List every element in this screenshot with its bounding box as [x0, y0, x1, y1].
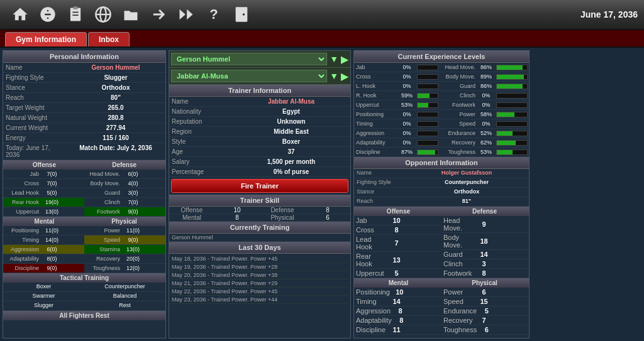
exp-endurance-bar: [496, 131, 528, 136]
opp-adaptability-label: Adaptability: [354, 316, 394, 325]
target-weight-value: 265.0: [66, 103, 165, 112]
exp-rhook-bar: [417, 93, 438, 99]
opp-aggression-label: Aggression: [354, 306, 392, 315]
offense-uppercut-value: 13(0): [41, 208, 63, 215]
match-date-value: Match Date: July 2, 2036: [66, 143, 165, 160]
stamina-row: Stamina 13(0): [84, 245, 165, 254]
trainer-nav-right-icon[interactable]: ▶: [341, 70, 348, 82]
exp-row-aggression: Aggression 0% Endurance 52%: [354, 129, 529, 138]
energy-row: Energy 115 / 160: [3, 133, 165, 143]
defense-clinch-row: Clinch 7(0): [84, 198, 165, 207]
recovery-value: 20(0): [122, 255, 144, 263]
opp-lead-hook-val: 7: [389, 239, 404, 247]
opp-positioning-row: Positioning 10: [354, 288, 441, 297]
opp-name-value: Holger Gustafsson: [404, 169, 529, 178]
natural-weight-label: Natural Weight: [3, 113, 66, 122]
globe-icon[interactable]: [92, 3, 114, 26]
tab-inbox[interactable]: Inbox: [88, 32, 130, 46]
fighter-select[interactable]: Gerson Hummel: [171, 53, 327, 65]
exp-footwork-label: Footwork: [440, 101, 477, 109]
opp-uppercut-val: 5: [389, 269, 404, 277]
offense-rear-hook-label: Rear Hook: [3, 198, 41, 206]
tactical-rest[interactable]: Rest: [84, 301, 165, 310]
folder-icon[interactable]: [119, 3, 142, 26]
opp-power-val: 6: [476, 288, 492, 296]
tactical-swarmer[interactable]: Swarmer: [3, 292, 84, 301]
exp-speed-pct: 0%: [477, 121, 495, 127]
opp-adaptability-row: Adaptability 8: [354, 316, 441, 325]
exp-positioning-pct: 0%: [398, 111, 416, 117]
current-weight-label: Current Weight: [3, 123, 66, 133]
defense-col: Head Move. 6(0) Body Move. 4(0) Guard 3(…: [84, 170, 165, 217]
fast-forward-icon[interactable]: [175, 3, 197, 26]
speed-row: Speed 9(0): [84, 235, 165, 245]
positioning-value: 11(0): [41, 227, 63, 234]
opp-stance-row: Stance Orthodox: [354, 188, 529, 197]
tactical-slugger[interactable]: Slugger: [3, 301, 84, 310]
reach-value: 80": [66, 93, 165, 102]
clipboard-icon[interactable]: [64, 3, 87, 26]
opp-reach-value: 81": [404, 197, 529, 206]
opp-rear-hook-row: Rear Hook 13: [354, 252, 441, 269]
opp-uppercut-label: Uppercut: [354, 269, 389, 278]
opp-rear-hook-val: 13: [389, 256, 404, 264]
opp-footwork-label: Footwork: [441, 269, 476, 278]
tactical-balanced[interactable]: Balanced: [84, 292, 165, 301]
exp-row-adaptability: Adaptability 0% Recovery 62%: [354, 138, 529, 148]
trainer-info-title: Trainer Information: [169, 85, 350, 97]
opp-defense-col: Head Move. 9 Body Move. 18 Guard 14 Clin…: [441, 216, 529, 278]
opp-info-title: Opponent Information: [354, 157, 529, 169]
exp-row-cross: Cross 0% Body Move. 89%: [354, 72, 529, 82]
tactical-row-0: Boxer Counterpuncher: [3, 283, 165, 292]
tactical-row-1: Swarmer Balanced: [3, 292, 165, 301]
exp-head-move-pct: 86%: [477, 64, 495, 70]
exp-speed-bar: [496, 121, 528, 127]
stamina-value: 13(0): [122, 246, 144, 253]
all-fighters-rest[interactable]: All Fighters Rest: [3, 311, 165, 320]
exp-aggression-pct: 0%: [398, 130, 416, 136]
top-nav: ? June 17, 2036: [0, 0, 644, 30]
opp-jab-label: Jab: [354, 216, 389, 225]
exp-positioning-bar: [417, 112, 438, 117]
opp-guard-val: 14: [476, 251, 492, 258]
fighter-nav-right-icon[interactable]: ▶: [341, 53, 348, 65]
tab-gym-information[interactable]: Gym Information: [5, 32, 87, 46]
fire-trainer-button[interactable]: Fire Trainer: [171, 179, 348, 193]
tactical-counterpuncher[interactable]: Counterpuncher: [84, 283, 165, 291]
today-row: Today: June 17, 2036 Match Date: July 2,…: [3, 143, 165, 160]
positioning-row: Positioning 11(0): [3, 226, 84, 235]
defense-body-move-value: 4(0): [122, 180, 144, 187]
money-icon[interactable]: [36, 3, 59, 26]
defense-head-move-value: 6(0): [122, 170, 144, 178]
log-entry-4: May 22, 2036 - Trained Power. Power +45: [172, 288, 348, 296]
exp-power-label: Power: [440, 111, 477, 118]
exp-cross-label: Cross: [354, 73, 398, 80]
defense-footwork-value: 9(0): [122, 208, 144, 215]
tabs-bar: Gym Information Inbox: [0, 30, 644, 48]
door-icon[interactable]: [230, 3, 253, 26]
offense-rear-hook-row: Rear Hook 19(0): [3, 198, 84, 207]
defense-skill-value: 8: [305, 207, 350, 214]
trainer-skill-title: Trainer Skill: [169, 195, 350, 207]
exp-uppercut-bar: [417, 102, 438, 108]
opp-jab-val: 10: [389, 217, 404, 224]
opp-rear-hook-label: Rear Hook: [354, 252, 389, 268]
toughness-label: Toughness: [84, 264, 122, 272]
defense-clinch-label: Clinch: [84, 198, 122, 206]
trainer-style-label: Style: [169, 137, 232, 146]
arrow-right-icon[interactable]: [147, 3, 170, 26]
fighter-dropdown-row: Gerson Hummel ▼ ▶: [169, 51, 350, 68]
question-icon[interactable]: ?: [203, 3, 225, 26]
trainer-select[interactable]: Jabbar Al-Musa: [171, 70, 327, 82]
home-icon[interactable]: [9, 3, 31, 26]
exp-aggression-bar: [417, 131, 438, 136]
trainer-skill-row: Offense 10 Defense 8: [169, 207, 350, 214]
tactical-boxer[interactable]: Boxer: [3, 283, 84, 291]
exp-body-move-bar: [496, 74, 528, 80]
fighting-style-row: Fighting Style Slugger: [3, 73, 165, 83]
defense-footwork-label: Footwork: [84, 208, 122, 215]
exp-timing-bar: [417, 121, 438, 127]
opp-speed-val: 15: [476, 298, 492, 305]
exp-endurance-label: Endurance: [440, 129, 477, 137]
log-entry-0: May 18, 2036 - Trained Power. Power +45: [172, 255, 348, 263]
